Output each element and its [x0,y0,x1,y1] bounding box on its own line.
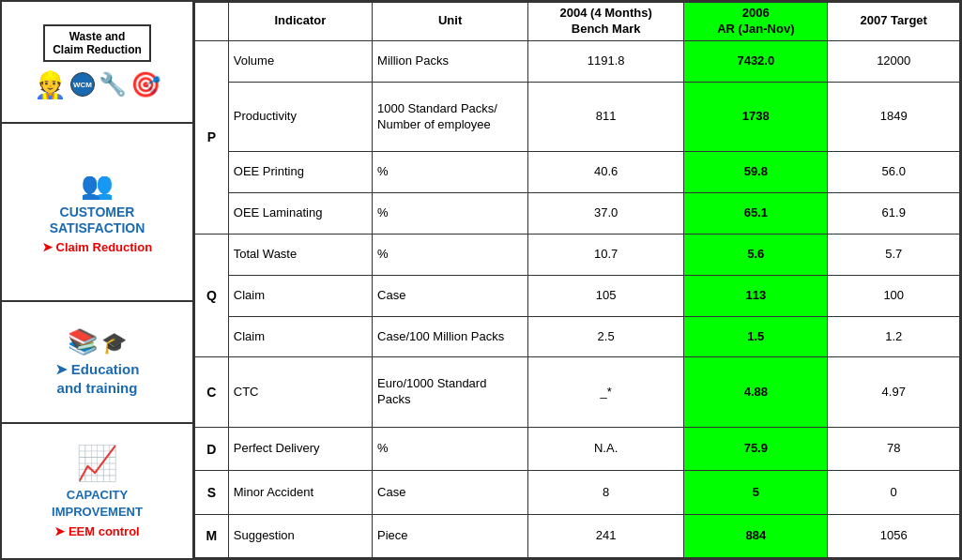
unit-cell: Piece [373,514,528,557]
category-cell: Q [195,235,229,357]
ar-cell: 5 [684,471,828,514]
category-cell: M [195,514,229,557]
indicator-cell: Suggestion [228,514,372,557]
target-cell: 78 [828,428,960,471]
edu-section: 📚 🎓 ➤ Education and training [2,302,192,424]
indicator-cell: OEE Laminating [228,193,372,235]
header-indicator: Indicator [228,3,372,41]
ar-cell: 1.5 [684,316,828,357]
unit-cell: Case [373,471,528,514]
table-body: PVolumeMillion Packs1191.87432.012000Pro… [195,40,960,557]
header-unit: Unit [373,3,528,41]
table-row: OEE Laminating%37.065.161.9 [195,193,960,235]
title-text: Waste and Claim Reduction [53,30,142,56]
target-cell: 12000 [828,40,960,82]
table-row: SMinor AccidentCase850 [195,471,960,514]
capacity-text: CAPACITY IMPROVEMENT [52,487,143,521]
bench-cell: 2.5 [528,316,684,357]
wcm-badge: WCM [70,72,95,97]
claim-arrow: ➤ [42,240,53,254]
unit-cell: Case/100 Million Packs [373,316,528,357]
bench-cell: _* [528,357,684,428]
claim-text: Claim Reduction [56,240,153,254]
capacity-section: 📈 CAPACITY IMPROVEMENT ➤ EEM control [2,424,192,558]
table-row: Productivity1000 Standard Packs/ Number … [195,82,960,152]
table-row: ClaimCase/100 Million Packs2.51.51.2 [195,316,960,357]
ar-cell: 65.1 [684,193,828,235]
indicator-cell: Volume [228,40,372,82]
unit-cell: % [373,193,528,235]
header-row: Indicator Unit 2004 (4 Months) Bench Mar… [195,3,960,41]
bench-cell: 10.7 [528,235,684,276]
target-cell: 56.0 [828,152,960,193]
table-row: DPerfect Delivery%N.A.75.978 [195,428,960,471]
category-cell: S [195,471,229,514]
target-cell: 100 [828,275,960,316]
bench-cell: 105 [528,275,684,316]
eem-line: ➤ EEM control [54,524,139,538]
table-row: OEE Printing%40.659.856.0 [195,152,960,193]
target-cell: 1056 [828,514,960,557]
indicator-cell: Perfect Delivery [228,428,372,471]
ar-cell: 5.6 [684,235,828,276]
bench-cell: 1191.8 [528,40,684,82]
worker-icon: 👷 [34,69,67,100]
unit-cell: Euro/1000 Standard Packs [373,357,528,428]
unit-cell: % [373,235,528,276]
top-section: Waste and Claim Reduction 👷 WCM 🔧 🎯 [2,2,192,124]
ar-cell: 1738 [684,82,828,152]
bench-cell: 241 [528,514,684,557]
people-icon: 👥 [81,170,114,201]
bench-cell: 40.6 [528,152,684,193]
header-ar2006: 2006 AR (Jan-Nov) [684,3,828,41]
header-empty [195,3,229,41]
header-bench: 2004 (4 Months) Bench Mark [528,3,684,41]
target-cell: 5.7 [828,235,960,276]
target-cell: 4.97 [828,357,960,428]
indicator-cell: Minor Accident [228,471,372,514]
target-icon: 🎯 [130,70,160,99]
edu-icon: 📚 🎓 [68,327,127,356]
customer-text: CUSTOMER SATISFACTION [50,204,145,236]
target-cell: 1849 [828,82,960,152]
right-panel: Indicator Unit 2004 (4 Months) Bench Mar… [194,2,960,558]
eem-text: EEM control [69,524,140,538]
ar-cell: 75.9 [684,428,828,471]
unit-cell: 1000 Standard Packs/ Number of employee [373,82,528,152]
bench-cell: 811 [528,82,684,152]
bench-cell: 8 [528,471,684,514]
indicator-cell: Productivity [228,82,372,152]
target-cell: 1.2 [828,316,960,357]
main-table: Indicator Unit 2004 (4 Months) Bench Mar… [194,2,960,558]
ar-cell: 113 [684,275,828,316]
indicator-cell: OEE Printing [228,152,372,193]
left-panel: Waste and Claim Reduction 👷 WCM 🔧 🎯 👥 CU… [2,2,194,558]
table-row: MSuggestionPiece2418841056 [195,514,960,557]
eem-arrow: ➤ [54,524,65,538]
indicator-cell: Claim [228,275,372,316]
title-box: Waste and Claim Reduction [43,24,151,62]
claim-line: ➤ Claim Reduction [42,240,152,254]
customer-section: 👥 CUSTOMER SATISFACTION ➤ Claim Reductio… [2,124,192,302]
unit-cell: % [373,428,528,471]
category-cell: P [195,40,229,234]
indicator-cell: Total Waste [228,235,372,276]
bench-cell: N.A. [528,428,684,471]
ar-cell: 4.88 [684,357,828,428]
tools-icon: 🔧 [99,71,127,98]
category-cell: D [195,428,229,471]
wcm-icons: 👷 WCM 🔧 🎯 [34,69,160,100]
capacity-icon: 📈 [76,444,118,483]
unit-cell: % [373,152,528,193]
edu-text: ➤ Education and training [55,360,140,397]
table-row: CCTCEuro/1000 Standard Packs_*4.884.97 [195,357,960,428]
indicator-cell: CTC [228,357,372,428]
ar-cell: 7432.0 [684,40,828,82]
table-row: QTotal Waste%10.75.65.7 [195,235,960,276]
unit-cell: Million Packs [373,40,528,82]
indicator-cell: Claim [228,316,372,357]
ar-cell: 59.8 [684,152,828,193]
category-cell: C [195,357,229,428]
table-row: PVolumeMillion Packs1191.87432.012000 [195,40,960,82]
ar-cell: 884 [684,514,828,557]
